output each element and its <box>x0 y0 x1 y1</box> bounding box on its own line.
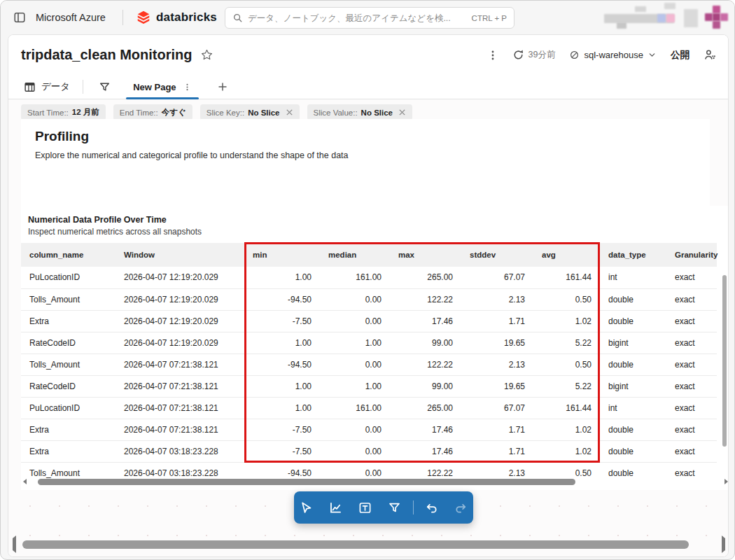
close-icon[interactable] <box>286 108 293 116</box>
undo-button[interactable] <box>421 496 443 519</box>
databricks-logo-text: databricks <box>156 10 217 24</box>
table-cell: exact <box>666 267 717 288</box>
table-widget-title: Numerical Data Profile Over Time <box>21 206 729 225</box>
publish-button[interactable]: 公開 <box>671 49 690 62</box>
table-row[interactable]: Extra2026-04-07 03:18:23.228-7.500.0017.… <box>21 440 717 462</box>
column-header[interactable]: median <box>320 243 390 267</box>
redo-button[interactable] <box>450 496 472 519</box>
chip-label: End Time:: <box>120 108 158 117</box>
table-cell: 265.00 <box>390 267 461 288</box>
add-page-button[interactable] <box>211 75 234 99</box>
table-cell: 1.71 <box>461 440 533 462</box>
profiling-text-widget: Profiling Explore the numerical and cate… <box>21 119 710 206</box>
table-cell: 161.44 <box>533 397 600 419</box>
canvas-hscroll-thumb[interactable] <box>22 540 689 549</box>
filter-chip-start-time[interactable]: Start Time:: 12 月前 <box>21 104 106 120</box>
add-filter-button[interactable] <box>384 496 406 519</box>
scroll-left-icon[interactable] <box>13 538 16 551</box>
table-row[interactable]: RateCodeID2026-04-07 07:21:38.1211.001.0… <box>21 375 717 397</box>
table-cell: 0.00 <box>320 310 390 332</box>
avatar[interactable] <box>713 6 720 13</box>
table-cell: -94.50 <box>244 288 320 310</box>
table-row[interactable]: Tolls_Amount2026-04-07 12:19:20.029-94.5… <box>21 288 717 310</box>
table-cell: 1.71 <box>461 419 533 440</box>
close-icon[interactable] <box>398 108 406 116</box>
select-tool-button[interactable] <box>295 496 318 519</box>
table-hscroll-thumb[interactable] <box>38 479 575 485</box>
portal-menu-button[interactable] <box>10 8 29 27</box>
plus-icon <box>217 81 228 92</box>
column-header[interactable]: Window <box>115 243 244 267</box>
scroll-left-icon[interactable] <box>21 479 28 484</box>
table-cell: 67.07 <box>461 267 533 288</box>
chip-value: No Slice <box>248 108 279 117</box>
table-cell: double <box>600 354 666 375</box>
table-row[interactable]: Extra2026-04-07 12:19:20.029-7.500.0017.… <box>21 310 717 332</box>
databricks-logo[interactable]: databricks <box>136 10 217 25</box>
table-cell: -7.50 <box>244 310 320 332</box>
tab-kebab-icon[interactable] <box>183 82 192 92</box>
vscroll-thumb[interactable] <box>722 275 727 447</box>
table-cell: 1.71 <box>461 310 533 332</box>
refresh-icon <box>512 49 524 61</box>
chip-value: 12 月前 <box>72 107 99 118</box>
table-cell: PuLocationID <box>21 267 115 288</box>
table-cell: 1.00 <box>244 332 320 354</box>
filter-chip-end-time[interactable]: End Time:: 今すぐ <box>113 104 192 120</box>
undo-icon <box>425 501 438 514</box>
table-cell: 161.00 <box>320 267 390 288</box>
add-visualization-button[interactable] <box>325 496 347 519</box>
table-row[interactable]: PuLocationID2026-04-07 07:21:38.1211.001… <box>21 397 717 419</box>
table-cell: 161.00 <box>320 397 390 419</box>
canvas-vertical-scrollbar[interactable] <box>722 244 727 538</box>
table-row[interactable]: PuLocationID2026-04-07 12:19:20.0291.001… <box>21 267 717 288</box>
favorite-button[interactable] <box>200 48 214 62</box>
table-row[interactable]: RateCodeID2026-04-07 12:19:20.0291.001.0… <box>21 332 717 354</box>
refresh-button[interactable]: 39分前 <box>512 49 556 61</box>
toolbar-divider <box>413 500 414 514</box>
add-text-button[interactable] <box>354 496 377 519</box>
warehouse-selector[interactable]: sql-warehouse <box>569 50 657 60</box>
share-permissions-button[interactable] <box>704 48 717 62</box>
scroll-right-icon[interactable] <box>722 538 725 551</box>
table-cell: 2026-04-07 07:21:38.121 <box>115 397 244 419</box>
table-cell: 1.02 <box>533 440 600 462</box>
table-horizontal-scrollbar[interactable] <box>21 477 729 486</box>
column-header[interactable]: data_type <box>600 243 666 267</box>
column-header[interactable]: Granularity <box>666 243 717 267</box>
star-icon <box>200 48 214 62</box>
filter-chip-slice-value[interactable]: Slice Value:: No Slice <box>307 104 412 120</box>
table-cell: double <box>600 288 666 310</box>
kebab-icon <box>487 49 498 62</box>
search-input[interactable] <box>248 13 467 23</box>
column-header[interactable]: avg <box>533 243 600 267</box>
tab-new-page[interactable]: New Page <box>126 75 198 99</box>
filter-chip-slice-key[interactable]: Slice Key:: No Slice <box>200 104 300 120</box>
dashboard-header: tripdata_clean Monitoring 39分前 <box>8 35 728 75</box>
filters-toggle-button[interactable] <box>93 75 116 99</box>
kebab-menu-button[interactable] <box>487 49 498 62</box>
search-icon <box>232 13 243 23</box>
table-cell: 17.46 <box>390 440 461 462</box>
column-header[interactable]: max <box>390 243 461 267</box>
table-cell: 1.00 <box>244 267 320 288</box>
column-header[interactable]: column_name <box>21 243 115 267</box>
warehouse-status-icon <box>569 50 580 60</box>
global-search[interactable]: CTRL + P <box>225 7 514 29</box>
table-cell: exact <box>666 440 717 462</box>
table-cell: exact <box>666 288 717 310</box>
tab-data[interactable]: データ <box>21 75 73 99</box>
last-refresh-time: 39分前 <box>528 49 556 61</box>
column-header[interactable]: stddev <box>461 243 533 267</box>
table-cell: 2026-04-07 12:19:20.029 <box>115 310 244 332</box>
canvas-edit-toolbar <box>294 491 473 524</box>
column-header[interactable]: min <box>244 243 320 267</box>
table-header-row: column_name Window min median max stddev… <box>21 243 717 267</box>
line-chart-icon <box>329 501 342 514</box>
azure-logo-text[interactable]: Microsoft Azure <box>36 12 106 23</box>
chip-label: Start Time:: <box>27 108 69 117</box>
table-row[interactable]: Extra2026-04-07 07:21:38.121-7.500.0017.… <box>21 419 717 440</box>
table-row[interactable]: Tolls_Amount2026-04-07 07:21:38.121-94.5… <box>21 354 717 375</box>
profile-table: column_name Window min median max stddev… <box>21 243 717 484</box>
canvas-horizontal-scrollbar[interactable] <box>11 540 727 550</box>
